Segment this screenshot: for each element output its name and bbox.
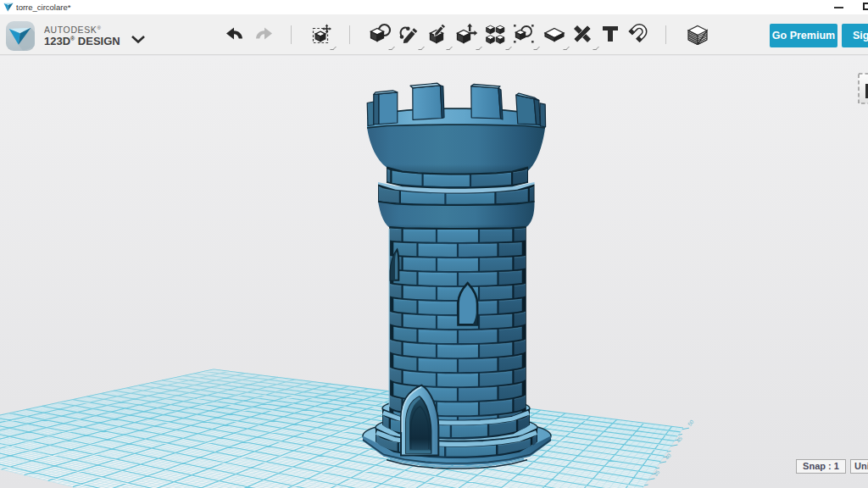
svg-text:50: 50 — [687, 419, 695, 427]
